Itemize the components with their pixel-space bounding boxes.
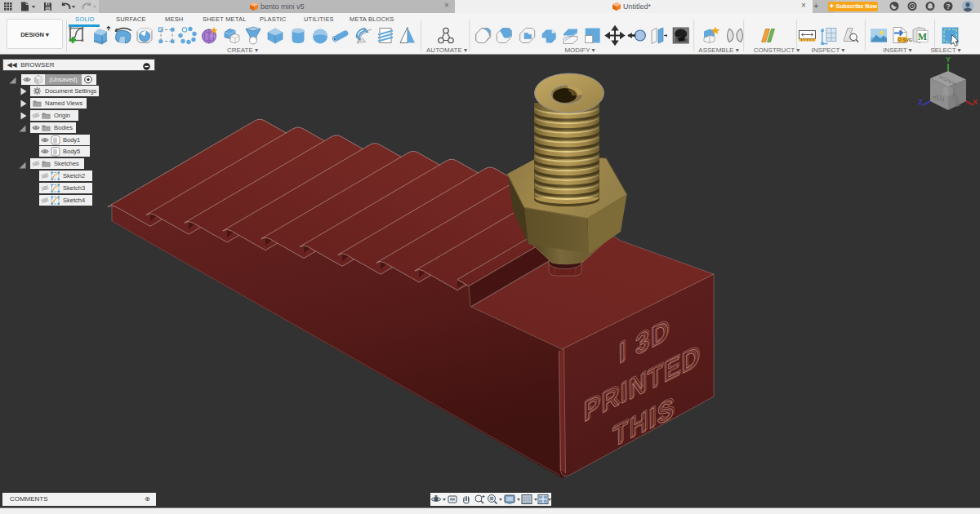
svg-text:X: X (973, 98, 978, 106)
svg-text:SVG: SVG (903, 38, 913, 42)
svg-text:Y: Y (946, 55, 951, 64)
svg-text:?: ? (946, 2, 951, 11)
svg-text:M: M (918, 31, 927, 42)
svg-text:Z: Z (918, 98, 923, 106)
